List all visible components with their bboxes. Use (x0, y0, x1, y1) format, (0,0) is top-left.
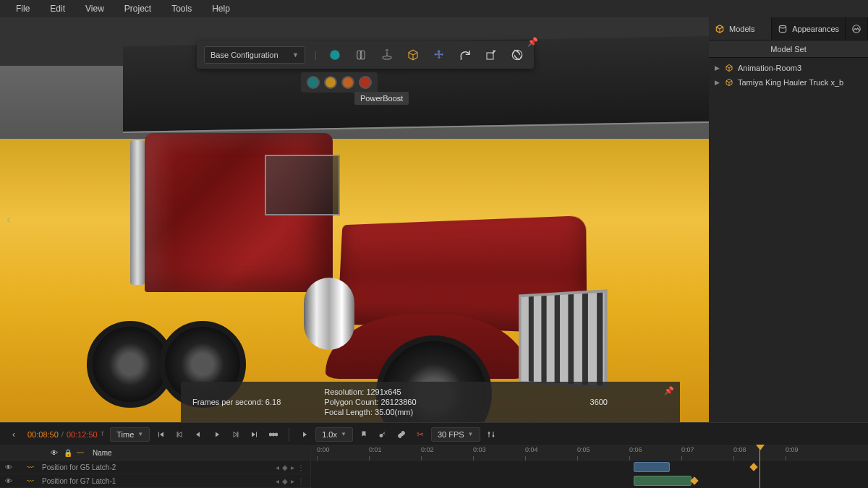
sphere-tool-icon[interactable] (326, 46, 344, 64)
timeline-track-list: 👁 🔒 〰 Name 👁〰 Position for G5 Latch-2 ◂◆… (0, 446, 311, 488)
eye-icon[interactable]: 👁 (51, 449, 61, 457)
link-icon[interactable] (393, 427, 409, 442)
tree-item-room[interactable]: ▶ Animation-Room3 (709, 61, 868, 75)
skip-start-icon[interactable] (153, 427, 169, 442)
cube-tool-icon[interactable] (404, 46, 422, 64)
step-forward-icon[interactable] (228, 427, 244, 442)
speed-dropdown[interactable]: 1.0x ▼ (315, 427, 353, 442)
tab-models[interactable]: Models (709, 17, 772, 40)
stat-polycount: Polygon Count: 26123860 (324, 398, 416, 406)
eye-icon[interactable]: 👁 (4, 463, 13, 471)
play-realtime-icon[interactable] (297, 427, 312, 442)
color-swatch-1[interactable] (307, 76, 320, 89)
config-label: Base Configuration (210, 51, 278, 59)
svg-point-8 (488, 432, 490, 434)
stat-focal: Focal Length: 35.00(mm) (324, 408, 416, 416)
eye-icon[interactable]: 👁 (4, 476, 13, 485)
keyframe-add-icon[interactable]: ◆ (282, 477, 288, 485)
timeline-prev-icon[interactable]: ‹ (6, 427, 22, 442)
pin-icon[interactable]: 📌 (527, 37, 538, 47)
curve-icon: 〰 (26, 463, 35, 471)
color-swatch-3[interactable] (341, 76, 354, 89)
timeline-track[interactable]: 👁〰 Position for G7 Latch-1 ◂◆▸⋮ (0, 474, 310, 488)
menu-file[interactable]: File (6, 1, 40, 17)
track-menu-icon[interactable]: ⋮ (297, 463, 305, 471)
menu-edit[interactable]: Edit (40, 1, 75, 17)
chevron-down-icon: ▼ (341, 431, 346, 437)
menu-view[interactable]: View (75, 1, 114, 17)
cube-icon (725, 78, 733, 87)
step-back-icon[interactable] (190, 427, 206, 442)
track-label: Position for G5 Latch-2 (39, 463, 276, 471)
stat-resolution: Resolution: 1291x645 (324, 388, 416, 396)
svg-point-7 (380, 434, 383, 437)
divider-icon: | (312, 46, 318, 64)
svg-point-0 (330, 50, 340, 60)
refresh-tool-icon[interactable] (456, 46, 475, 64)
menu-tools[interactable]: Tools (161, 1, 202, 17)
keyframe-prev-icon[interactable]: ◂ (276, 463, 279, 471)
key-icon[interactable] (375, 427, 391, 442)
skip-end-icon[interactable] (247, 427, 263, 442)
prev-frame-icon[interactable] (171, 427, 187, 442)
svg-point-2 (438, 54, 441, 56)
track-curve-icon[interactable]: 〰 (77, 449, 87, 457)
svg-point-9 (493, 435, 494, 437)
timeline-clip[interactable] (634, 462, 670, 472)
timeline-graph[interactable]: 0:00 0:01 0:02 0:03 0:04 0:05 0:06 0:07 … (311, 446, 868, 488)
expand-arrow-icon[interactable]: ▶ (715, 79, 720, 86)
svg-point-5 (780, 25, 786, 28)
tree-item-truck[interactable]: ▶ Tamiya King Hauler Truck x_b (709, 75, 868, 90)
viewport-prev[interactable]: ‹ (1, 205, 16, 234)
chevron-down-icon: ▼ (292, 51, 299, 59)
move-tool-icon[interactable] (430, 46, 448, 64)
playhead-handle[interactable] (756, 445, 765, 450)
stat-frame: 3600 (590, 398, 608, 406)
settings-icon[interactable] (483, 427, 499, 442)
loop-icon[interactable] (265, 427, 281, 442)
export-tool-icon[interactable] (482, 46, 501, 64)
lock-icon[interactable]: 🔒 (64, 449, 74, 457)
tab-environment[interactable] (846, 17, 868, 40)
chevron-down-icon: ▼ (137, 431, 143, 437)
cube-icon (715, 24, 725, 34)
keyframe-marker[interactable] (690, 476, 698, 484)
color-swatch-2[interactable] (324, 76, 337, 89)
turntable-tool-icon[interactable] (378, 46, 396, 64)
timeline-ruler[interactable]: 0:00 0:01 0:02 0:03 0:04 0:05 0:06 0:07 … (311, 446, 868, 461)
menu-help[interactable]: Help (202, 1, 240, 17)
chevron-down-icon: ▼ (468, 431, 474, 437)
time-mode-dropdown[interactable]: Time ▼ (110, 427, 150, 442)
config-dropdown[interactable]: Base Configuration ▼ (204, 46, 305, 64)
timeline-clip[interactable] (634, 476, 692, 486)
keyframe-next-icon[interactable]: ▸ (291, 463, 294, 471)
keyframe-marker[interactable] (749, 463, 757, 471)
cut-icon[interactable]: ✂ (412, 427, 428, 442)
tree-item-label: Animation-Room3 (738, 64, 801, 72)
viewport-3d[interactable]: ‹ Base Configuration ▼ | (0, 17, 709, 422)
aperture-tool-icon[interactable] (508, 46, 527, 64)
playhead[interactable] (760, 446, 760, 488)
model-tree: ▶ Animation-Room3 ▶ Tamiya King Hauler T… (709, 58, 868, 93)
keyframe-prev-icon[interactable]: ◂ (276, 477, 279, 485)
keyframe-next-icon[interactable]: ▸ (291, 477, 294, 485)
brain-tool-icon[interactable] (352, 46, 370, 64)
svg-point-1 (383, 56, 391, 60)
panel-header[interactable]: Model Set (709, 40, 868, 58)
marker-icon[interactable] (356, 427, 372, 442)
keyframe-add-icon[interactable]: ◆ (282, 463, 288, 471)
fps-dropdown[interactable]: 30 FPS ▼ (431, 427, 480, 442)
tree-item-label: Tamiya King Hauler Truck x_b (738, 78, 843, 87)
track-menu-icon[interactable]: ⋮ (297, 477, 305, 485)
tab-appearances[interactable]: Appearances (772, 17, 846, 40)
play-icon[interactable] (209, 427, 225, 442)
landscape-icon (851, 24, 861, 34)
timeline-panel: ‹ 00:08:50 / 00:12:50 T Time ▼ 1.0x ▼ ✂ … (0, 422, 868, 488)
expand-arrow-icon[interactable]: ▶ (715, 64, 720, 72)
timeline-track[interactable]: 👁〰 Position for G5 Latch-2 ◂◆▸⋮ (0, 461, 310, 474)
menu-project[interactable]: Project (114, 1, 161, 17)
appearances-icon (778, 24, 788, 34)
stat-fps: Frames per second: 6.18 (192, 398, 281, 406)
color-swatch-4[interactable] (359, 76, 372, 89)
stats-pin-icon[interactable]: 📌 (664, 386, 674, 395)
